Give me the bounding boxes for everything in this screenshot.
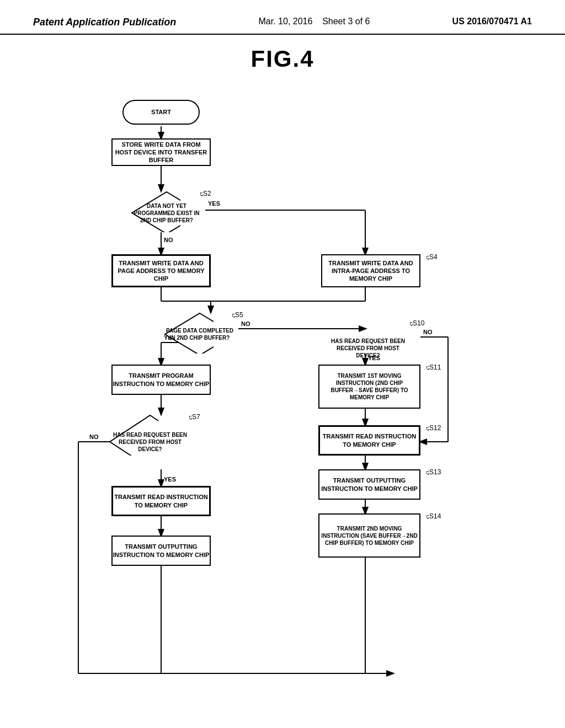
svg-text:YES: YES bbox=[164, 476, 176, 483]
s10-step: ꞔS10 bbox=[409, 319, 424, 327]
s1-box: STORE WRITE DATA FROM HOST DEVICE INTO T… bbox=[111, 138, 211, 166]
s3-box: TRANSMIT WRITE DATA AND PAGE ADDRESS TO … bbox=[111, 254, 211, 287]
s7-step: ꞔS7 bbox=[189, 413, 200, 421]
s5-step: ꞔS5 bbox=[232, 311, 243, 319]
svg-text:NO: NO bbox=[241, 320, 250, 327]
svg-text:YES: YES bbox=[208, 200, 220, 207]
s12-box: TRANSMIT READ INSTRUCTION TO MEMORY CHIP bbox=[318, 425, 420, 456]
s11-step: ꞔS11 bbox=[426, 363, 441, 371]
s4-step: ꞔS4 bbox=[426, 253, 438, 261]
s14-box: TRANSMIT 2ND MOVING INSTRUCTION (SAVE BU… bbox=[318, 513, 420, 558]
svg-text:NO: NO bbox=[89, 433, 99, 440]
s14-step: ꞔS14 bbox=[426, 512, 441, 520]
start-shape: START bbox=[122, 100, 200, 125]
s9-box: TRANSMIT OUTPUTTING INSTRUCTION TO MEMOR… bbox=[111, 536, 211, 566]
s5-label-box: PAGE DATA COMPLETED IN 2ND CHIP BUFFER? bbox=[164, 312, 236, 356]
s12-step: ꞔS12 bbox=[426, 424, 441, 432]
date-sheet: Mar. 10, 2016 Sheet 3 of 6 bbox=[259, 17, 370, 26]
s11-box: TRANSMIT 1ST MOVING INSTRUCTION (2ND CHI… bbox=[318, 365, 420, 409]
figure-title: FIG.4 bbox=[250, 46, 314, 72]
patent-number: US 2016/070471 A1 bbox=[452, 17, 532, 26]
svg-text:NO: NO bbox=[164, 237, 173, 243]
main-content: FIG.4 bbox=[0, 35, 565, 701]
flowchart: YES NO YES NO YES NO YES NO START S1 STO… bbox=[34, 83, 531, 690]
s13-box: TRANSMIT OUTPUTTING INSTRUCTION TO MEMOR… bbox=[318, 469, 420, 500]
page-header: Patent Application Publication Mar. 10, … bbox=[0, 0, 565, 35]
s4-box: TRANSMIT WRITE DATA AND INTRA-PAGE ADDRE… bbox=[321, 254, 420, 287]
s2-label-box: DATA NOT YET PROGRAMMED EXIST IN 2ND CHI… bbox=[131, 191, 202, 235]
s8-box: TRANSMIT READ INSTRUCTION TO MEMORY CHIP bbox=[111, 486, 211, 516]
s6-box: TRANSMIT PROGRAM INSTRUCTION TO MEMORY C… bbox=[111, 365, 211, 395]
publication-label: Patent Application Publication bbox=[33, 17, 176, 28]
s2-step: ꞔS2 bbox=[200, 190, 211, 197]
svg-text:NO: NO bbox=[423, 329, 433, 335]
s13-step: ꞔS13 bbox=[426, 468, 441, 476]
s7-label-box: HAS READ REQUEST BEEN RECEIVED FROM HOST… bbox=[109, 414, 191, 469]
